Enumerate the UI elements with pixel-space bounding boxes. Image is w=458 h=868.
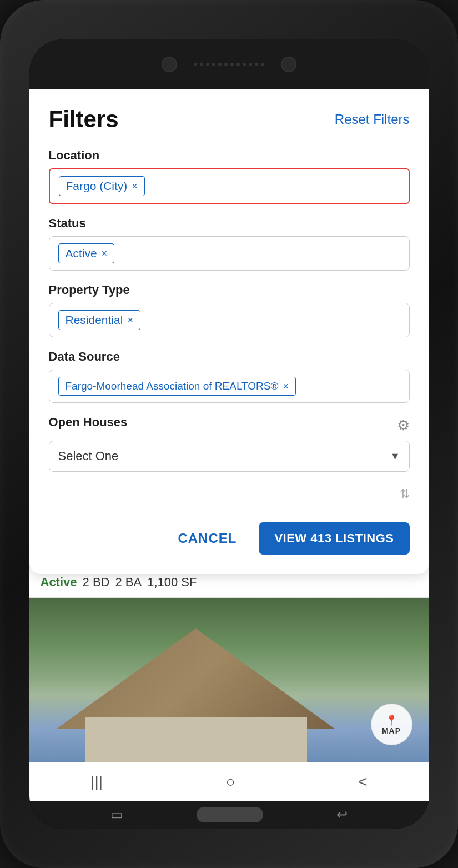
location-input-box[interactable]: Fargo (City) × bbox=[49, 168, 410, 204]
screen: 2 Active 2 BD 2 BA 1,100 SF 📍 MAP bbox=[29, 89, 429, 762]
speaker-dot bbox=[194, 63, 197, 66]
open-houses-dropdown-arrow: ▼ bbox=[390, 451, 400, 462]
listing-baths: 2 BA bbox=[115, 575, 142, 590]
background-listing bbox=[29, 595, 429, 762]
speaker-dot bbox=[236, 63, 240, 66]
gear-icon[interactable]: ⚙ bbox=[397, 417, 410, 434]
speaker-dot bbox=[255, 63, 258, 66]
map-label: MAP bbox=[382, 726, 401, 735]
status-tag-text: Active bbox=[66, 247, 97, 260]
cancel-button[interactable]: CANCEL bbox=[167, 523, 248, 554]
more-filters-hint: ⇅ bbox=[49, 484, 410, 504]
speaker-dot bbox=[243, 63, 246, 66]
front-camera-left bbox=[162, 57, 177, 72]
property-type-label: Property Type bbox=[49, 283, 410, 297]
status-section: Status Active × bbox=[49, 216, 410, 271]
map-pin-icon: 📍 bbox=[385, 714, 397, 726]
status-tag-remove[interactable]: × bbox=[102, 248, 108, 258]
action-buttons: CANCEL VIEW 413 LISTINGS bbox=[49, 514, 410, 555]
open-houses-section: Open Houses ⚙ Select One ▼ bbox=[49, 415, 410, 472]
location-tag: Fargo (City) × bbox=[59, 176, 145, 196]
reset-filters-button[interactable]: Reset Filters bbox=[335, 112, 410, 127]
status-input-box[interactable]: Active × bbox=[49, 236, 410, 271]
open-houses-label: Open Houses bbox=[49, 415, 128, 430]
speaker-dot bbox=[206, 63, 209, 66]
data-source-tag-text: Fargo-Moorhead Association of REALTORS® bbox=[66, 380, 279, 392]
phone-device: 2 Active 2 BD 2 BA 1,100 SF 📍 MAP bbox=[0, 0, 458, 868]
bottom-gestures-bar: ▭ ↩ bbox=[29, 801, 429, 829]
house-roof bbox=[57, 628, 335, 729]
listing-status-badge: Active bbox=[41, 575, 77, 590]
front-camera-right bbox=[281, 57, 296, 72]
property-type-tag-text: Residential bbox=[66, 313, 123, 327]
location-tag-remove[interactable]: × bbox=[132, 181, 138, 191]
filter-title: Filters bbox=[49, 106, 119, 133]
property-type-tag: Residential × bbox=[58, 310, 140, 330]
back-icon[interactable]: < bbox=[358, 773, 367, 791]
speaker-dot bbox=[224, 63, 228, 66]
view-listings-button[interactable]: VIEW 413 LISTINGS bbox=[259, 522, 409, 555]
open-houses-select-text: Select One bbox=[58, 449, 119, 463]
house-body bbox=[85, 717, 307, 762]
recent-gesture-icon[interactable]: ▭ bbox=[110, 807, 123, 822]
speaker-dot bbox=[212, 63, 215, 66]
recent-apps-icon[interactable]: ||| bbox=[90, 773, 103, 791]
listing-sqft: 1,100 SF bbox=[147, 575, 197, 590]
data-source-tag-remove[interactable]: × bbox=[283, 381, 289, 391]
data-source-section: Data Source Fargo-Moorhead Association o… bbox=[49, 350, 410, 403]
property-type-tag-remove[interactable]: × bbox=[127, 315, 133, 325]
speaker-dot bbox=[230, 63, 234, 66]
home-gesture-button[interactable] bbox=[197, 807, 263, 822]
speaker-dot bbox=[218, 63, 222, 66]
property-type-input-box[interactable]: Residential × bbox=[49, 303, 410, 337]
location-tag-text: Fargo (City) bbox=[66, 179, 128, 193]
filter-panel: Filters Reset Filters Location Fargo (Ci… bbox=[29, 89, 429, 574]
location-section: Location Fargo (City) × bbox=[49, 148, 410, 204]
sort-icon: ⇅ bbox=[400, 487, 410, 501]
data-source-label: Data Source bbox=[49, 350, 410, 364]
status-tag: Active × bbox=[58, 243, 115, 263]
home-icon[interactable]: ○ bbox=[226, 773, 235, 791]
phone-screen-container: 2 Active 2 BD 2 BA 1,100 SF 📍 MAP bbox=[29, 39, 429, 829]
speaker-dot bbox=[249, 63, 252, 66]
data-source-tag: Fargo-Moorhead Association of REALTORS® … bbox=[58, 377, 296, 396]
location-label: Location bbox=[49, 148, 410, 163]
navigation-bar: ||| ○ < bbox=[29, 762, 429, 801]
speaker-dot bbox=[261, 63, 264, 66]
speaker bbox=[194, 63, 264, 66]
open-houses-select[interactable]: Select One ▼ bbox=[49, 441, 410, 472]
open-houses-header: Open Houses ⚙ bbox=[49, 415, 410, 435]
data-source-input-box[interactable]: Fargo-Moorhead Association of REALTORS® … bbox=[49, 370, 410, 403]
property-type-section: Property Type Residential × bbox=[49, 283, 410, 337]
filter-header: Filters Reset Filters bbox=[49, 106, 410, 133]
speaker-dot bbox=[200, 63, 203, 66]
listing-beds: 2 BD bbox=[83, 575, 110, 590]
back-gesture-icon[interactable]: ↩ bbox=[336, 807, 348, 822]
map-button[interactable]: 📍 MAP bbox=[371, 704, 412, 745]
status-label: Status bbox=[49, 216, 410, 231]
phone-top-bar bbox=[29, 39, 429, 89]
